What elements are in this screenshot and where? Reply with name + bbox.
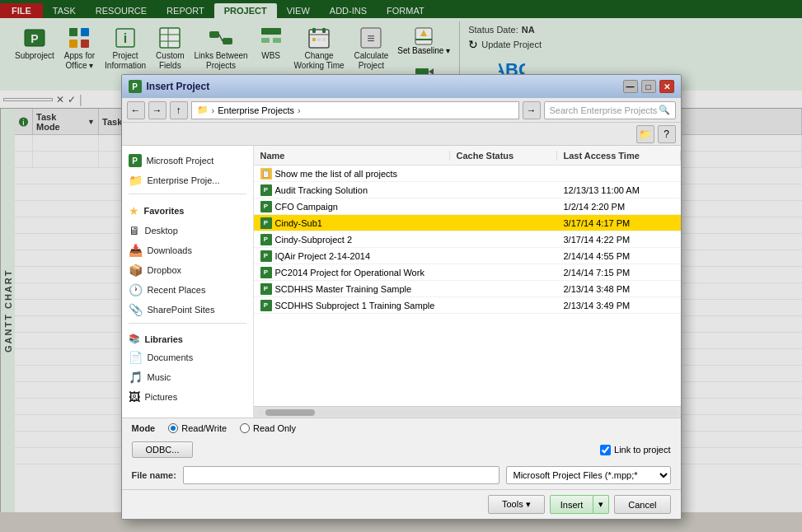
nav-label-dropbox: Dropbox xyxy=(148,265,182,275)
cancel-button[interactable]: Cancel xyxy=(614,495,670,514)
nav-item-music[interactable]: 🎵 Music xyxy=(122,367,253,387)
odbc-button[interactable]: ODBC... xyxy=(132,441,194,458)
col-access-header[interactable]: Last Access Time xyxy=(557,151,681,161)
dialog-nav: P Microsoft Project 📁 Enterprise Proje..… xyxy=(122,146,254,418)
favorites-label: Favorites xyxy=(144,206,185,216)
filename-label: File name: xyxy=(132,470,176,480)
link-to-project-label: Link to project xyxy=(614,445,670,455)
nav-item-desktop[interactable]: 🖥 Desktop xyxy=(122,221,253,240)
col-name-header[interactable]: Name xyxy=(254,151,450,161)
libraries-section: 📚 Libraries 📄 Documents 🎵 Music 🖼 Pictur… xyxy=(122,330,253,407)
nav-item-downloads[interactable]: 📥 Downloads xyxy=(122,240,253,260)
minimize-button[interactable]: — xyxy=(623,80,638,93)
nav-item-pictures[interactable]: 🖼 Pictures xyxy=(122,387,253,407)
microsoft-project-icon: P xyxy=(129,154,142,167)
libraries-icon: 📚 xyxy=(129,334,140,344)
search-icon: 🔍 xyxy=(659,105,670,115)
odbc-row: ODBC... Link to project xyxy=(122,438,681,461)
insert-project-dialog: P Insert Project — □ ✕ ← → ↑ 📁 › Enterpr… xyxy=(121,74,682,520)
nav-item-dropbox[interactable]: 📦 Dropbox xyxy=(122,260,253,280)
path-part-enterprise: Enterprise Projects xyxy=(218,105,294,115)
nav-separator-2 xyxy=(129,323,246,324)
favorites-star-icon: ★ xyxy=(129,204,139,217)
list-item[interactable]: P SCDHHS Subproject 1 Training Sample 2/… xyxy=(254,297,681,314)
file-name-iqair: P IQAir Project 2-14-2014 xyxy=(254,250,450,262)
col-cache-header[interactable]: Cache Status xyxy=(450,151,557,161)
list-item[interactable]: P Audit Tracking Solution 12/13/13 11:00… xyxy=(254,182,681,198)
dialog-overlay: P Insert Project — □ ✕ ← → ↑ 📁 › Enterpr… xyxy=(0,0,802,532)
nav-item-documents[interactable]: 📄 Documents xyxy=(122,348,253,367)
read-write-radio[interactable]: Read/Write xyxy=(168,423,227,433)
filename-input[interactable] xyxy=(183,466,499,484)
nav-label-music: Music xyxy=(148,372,171,382)
dialog-controls: — □ ✕ xyxy=(623,80,674,93)
read-write-radio-circle xyxy=(168,423,178,433)
nav-item-sharepoint[interactable]: 📎 SharePoint Sites xyxy=(122,300,253,320)
insert-dropdown-button[interactable]: ▾ xyxy=(593,495,609,514)
file-name-cindy-sub1: P Cindy-Sub1 xyxy=(254,217,450,229)
list-item[interactable]: P IQAir Project 2-14-2014 2/14/14 4:55 P… xyxy=(254,248,681,264)
up-button[interactable]: ↑ xyxy=(170,101,188,119)
back-button[interactable]: ← xyxy=(127,101,145,119)
nav-label-downloads: Downloads xyxy=(148,245,192,255)
scroll-track xyxy=(257,409,678,416)
link-to-project-check[interactable]: Link to project xyxy=(600,445,670,455)
enterprise-projects-icon: 📁 xyxy=(129,174,143,187)
file-list-area: Name Cache Status Last Access Time 📋 Sho… xyxy=(254,146,681,418)
close-button[interactable]: ✕ xyxy=(659,80,674,93)
file-access-audit: 12/13/13 11:00 AM xyxy=(557,185,681,195)
read-write-radio-dot xyxy=(171,426,176,431)
dropbox-icon: 📦 xyxy=(129,264,143,277)
nav-item-recent-places[interactable]: 🕐 Recent Places xyxy=(122,280,253,300)
file-name-scdhhs-master: P SCDHHS Master Training Sample xyxy=(254,283,450,295)
read-write-label: Read/Write xyxy=(181,423,227,433)
nav-favorites-header: ★ Favorites xyxy=(122,201,253,221)
scdhhs-sub-file-icon: P xyxy=(260,300,272,311)
nav-item-enterprise-projects[interactable]: 📁 Enterprise Proje... xyxy=(122,170,253,190)
nav-label-documents: Documents xyxy=(148,352,194,362)
list-item[interactable]: P SCDHHS Master Training Sample 2/13/14 … xyxy=(254,281,681,297)
dialog-titlebar: P Insert Project — □ ✕ xyxy=(122,75,681,98)
list-item[interactable]: P PC2014 Project for Operational Work 2/… xyxy=(254,264,681,281)
list-item[interactable]: P Cindy-Sub1 3/17/14 4:17 PM xyxy=(254,215,681,231)
file-access-cfo: 1/2/14 2:20 PM xyxy=(557,202,681,212)
file-list: 📋 Show me the list of all projects P Aud… xyxy=(254,166,681,406)
search-placeholder: Search Enterprise Projects xyxy=(550,105,658,115)
scroll-thumb[interactable] xyxy=(265,409,315,416)
maximize-button[interactable]: □ xyxy=(641,80,656,93)
nav-label-recent-places: Recent Places xyxy=(148,285,206,295)
documents-icon: 📄 xyxy=(129,351,143,364)
horizontal-scrollbar[interactable] xyxy=(254,406,681,418)
search-box[interactable]: Search Enterprise Projects 🔍 xyxy=(544,101,676,119)
forward-button[interactable]: → xyxy=(148,101,166,119)
nav-item-microsoft-project[interactable]: P Microsoft Project xyxy=(122,151,253,170)
list-item[interactable]: 📋 Show me the list of all projects xyxy=(254,166,681,182)
help-button[interactable]: ? xyxy=(658,125,676,143)
list-item[interactable]: P Cindy-Subproject 2 3/17/14 4:22 PM xyxy=(254,231,681,248)
read-only-radio[interactable]: Read Only xyxy=(240,423,296,433)
cindy-sub2-file-icon: P xyxy=(260,234,272,245)
dialog-title-icon: P xyxy=(129,80,142,93)
file-name-show-all: 📋 Show me the list of all projects xyxy=(254,168,450,180)
go-button[interactable]: → xyxy=(523,101,541,119)
new-folder-button[interactable]: 📁 xyxy=(636,125,654,143)
nav-label-sharepoint: SharePoint Sites xyxy=(148,305,215,315)
file-access-pc2014: 2/14/14 7:15 PM xyxy=(557,268,681,278)
filetype-select[interactable]: Microsoft Project Files (*.mpp;* All Fil… xyxy=(506,466,671,484)
insert-button[interactable]: Insert xyxy=(550,495,594,514)
list-item[interactable]: P CFO Campaign 1/2/14 2:20 PM xyxy=(254,198,681,215)
nav-separator-1 xyxy=(129,194,246,194)
favorites-section: ★ Favorites 🖥 Desktop 📥 Downloads 📦 Drop… xyxy=(122,201,253,320)
show-all-icon: 📋 xyxy=(260,168,272,180)
dialog-toolbar: 📁 ? xyxy=(122,123,681,146)
tools-button[interactable]: Tools ▾ xyxy=(488,495,545,514)
downloads-icon: 📥 xyxy=(129,244,143,257)
link-checkbox[interactable] xyxy=(600,445,611,455)
file-name-cfo: P CFO Campaign xyxy=(254,201,450,212)
file-list-header: Name Cache Status Last Access Time xyxy=(254,146,681,166)
recent-places-icon: 🕐 xyxy=(129,283,143,296)
libraries-label: Libraries xyxy=(145,334,183,344)
file-name-scdhhs-sub: P SCDHHS Subproject 1 Training Sample xyxy=(254,300,450,311)
path-icon: 📁 xyxy=(197,105,209,115)
address-path[interactable]: 📁 › Enterprise Projects › xyxy=(191,101,519,119)
